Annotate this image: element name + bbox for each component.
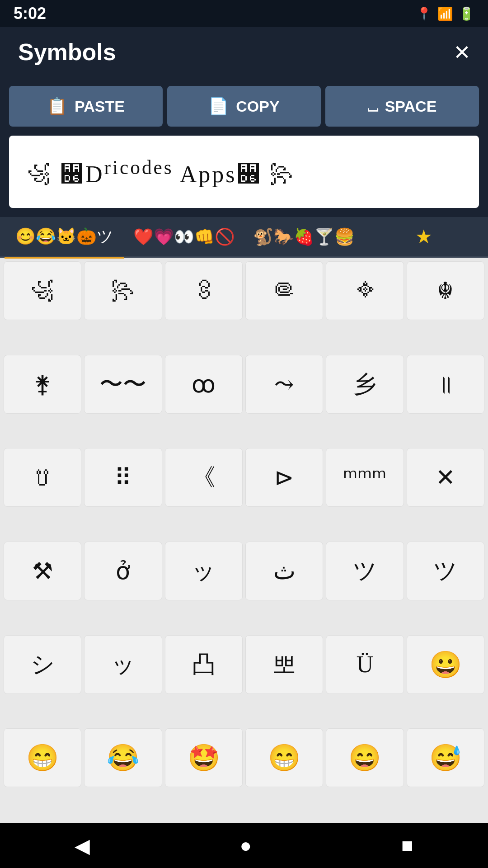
list-item[interactable]: 乡 — [326, 355, 404, 414]
category-tabs: 😊😂🐱🎃ツ ❤️💗👀👊🚫 🐒🐎🍓🍸🍔 ★ — [0, 217, 488, 258]
action-buttons: 📋 PASTE 📄 COPY ⎵ SPACE — [0, 77, 488, 127]
preview-text: ꧁ ꫖Dricodes Apps꫖ ꧂ — [27, 156, 295, 188]
paste-button[interactable]: 📋 PASTE — [9, 86, 163, 127]
page-title: Symbols — [18, 38, 116, 66]
list-item[interactable]: ꧁ — [4, 261, 81, 320]
list-item[interactable]: ᪤ — [245, 261, 323, 320]
space-button[interactable]: ⎵ SPACE — [325, 86, 479, 127]
list-item[interactable]: 😀 — [407, 635, 484, 694]
space-icon: ⎵ — [368, 97, 378, 116]
list-item[interactable]: ⚒ — [4, 542, 81, 600]
tab-smileys[interactable]: 😊😂🐱🎃ツ — [5, 221, 124, 252]
list-item[interactable]: 😁 — [4, 728, 81, 787]
close-button[interactable]: × — [454, 38, 470, 66]
list-item[interactable]: ☬ — [407, 261, 484, 320]
status-bar: 5:02 📍 📶 🔋 — [0, 0, 488, 27]
paste-icon: 📋 — [47, 97, 67, 116]
list-item[interactable]: ở — [84, 542, 162, 600]
preview-area: ꧁ ꫖Dricodes Apps꫖ ꧂ — [0, 127, 488, 217]
list-item[interactable]: ᪣ — [326, 261, 404, 320]
copy-icon: 📄 — [208, 97, 229, 116]
header: Symbols × — [0, 27, 488, 77]
list-item[interactable]: シ — [4, 635, 81, 694]
home-button[interactable]: ● — [226, 830, 265, 861]
list-item[interactable]: 〜〜 — [84, 355, 162, 414]
recent-button[interactable]: ■ — [388, 830, 427, 861]
list-item[interactable]: ツ — [326, 542, 404, 600]
list-item[interactable]: 😂 — [84, 728, 162, 787]
list-item[interactable]: ᪦ — [165, 261, 243, 320]
location-icon: 📍 — [416, 6, 432, 21]
list-item[interactable]: 😁 — [245, 728, 323, 787]
list-item[interactable]: 凸 — [165, 635, 243, 694]
tab-favorites[interactable]: ★ — [364, 221, 483, 252]
list-item[interactable]: ꀎ — [4, 448, 81, 507]
list-item[interactable]: 뽀 — [245, 635, 323, 694]
battery-icon: 🔋 — [459, 6, 474, 21]
list-item[interactable]: 🤩 — [165, 728, 243, 787]
space-label: SPACE — [385, 98, 437, 115]
status-time: 5:02 — [14, 4, 46, 23]
copy-label: COPY — [236, 98, 279, 115]
list-item[interactable]: ツ — [407, 542, 484, 600]
list-item[interactable]: ッ — [84, 635, 162, 694]
list-item[interactable]: 😅 — [407, 728, 484, 787]
status-icons: 📍 📶 🔋 — [416, 6, 474, 21]
back-button[interactable]: ◀ — [61, 830, 103, 862]
paste-label: PASTE — [75, 98, 125, 115]
list-item[interactable]: 😄 — [326, 728, 404, 787]
symbol-grid: ꧁ ꧂ ᪦ ᪤ ᪣ ☬ ⚵ 〜〜 ꝏ ⤳ 乡 ॥ ꀎ ⠿ 《 ⊳ ᵐᵐᵐ ✕ ⚒… — [0, 258, 488, 823]
list-item[interactable]: ⤳ — [245, 355, 323, 414]
list-item[interactable]: ⊳ — [245, 448, 323, 507]
list-item[interactable]: ⚵ — [4, 355, 81, 414]
list-item[interactable]: ꝏ — [165, 355, 243, 414]
list-item[interactable]: ث — [245, 542, 323, 600]
signal-icon: 📶 — [437, 6, 453, 21]
list-item[interactable]: ✕ — [407, 448, 484, 507]
list-item[interactable]: 《 — [165, 448, 243, 507]
list-item[interactable]: ॥ — [407, 355, 484, 414]
copy-button[interactable]: 📄 COPY — [167, 86, 321, 127]
list-item[interactable]: ッ — [165, 542, 243, 600]
list-item[interactable]: ⠿ — [84, 448, 162, 507]
main-content: Symbols × 📋 PASTE 📄 COPY ⎵ SPACE ꧁ ꫖Dric… — [0, 27, 488, 823]
list-item[interactable]: Ü — [326, 635, 404, 694]
tab-hearts[interactable]: ❤️💗👀👊🚫 — [124, 223, 244, 251]
list-item[interactable]: ꧂ — [84, 261, 162, 320]
list-item[interactable]: ᵐᵐᵐ — [326, 448, 404, 507]
nav-bar: ◀ ● ■ — [0, 823, 488, 868]
tab-animals[interactable]: 🐒🐎🍓🍸🍔 — [244, 223, 364, 251]
preview-box: ꧁ ꫖Dricodes Apps꫖ ꧂ — [9, 136, 479, 208]
